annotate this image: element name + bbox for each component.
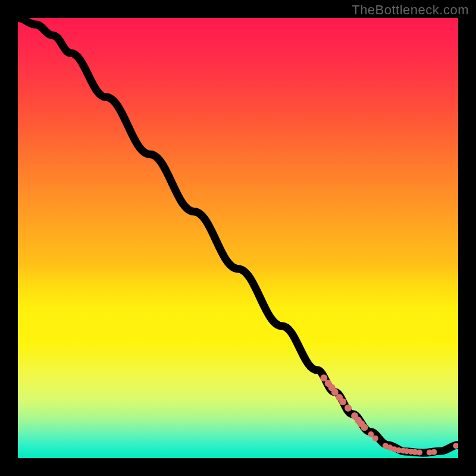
data-point	[372, 436, 378, 441]
data-point	[416, 449, 422, 455]
chart-dots-layer	[18, 18, 458, 458]
data-point	[345, 405, 352, 412]
data-point	[431, 449, 437, 455]
data-point	[368, 431, 374, 437]
data-point	[339, 398, 346, 405]
data-point	[453, 443, 458, 449]
chart-plot-area	[18, 18, 458, 458]
watermark-text: TheBottleneck.com	[352, 2, 469, 18]
data-point	[361, 424, 368, 431]
